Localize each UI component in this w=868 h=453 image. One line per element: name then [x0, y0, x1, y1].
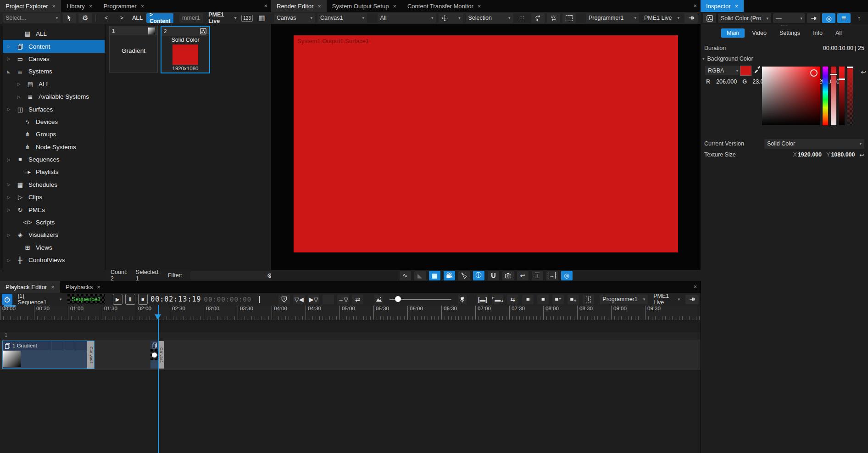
stop-button[interactable]: ■: [138, 294, 148, 305]
timeline-ruler[interactable]: 00:0000:3001:0001:3002:0002:3003:0003:30…: [0, 305, 701, 320]
move-tool-dropdown[interactable]: [439, 13, 463, 23]
background-color-section[interactable]: ▾ Background Color: [701, 54, 868, 64]
close-tab-icon[interactable]: [478, 3, 481, 10]
tab-render-editor[interactable]: Render Editor: [271, 0, 327, 12]
timecode-secondary-display[interactable]: 00:00:00:00: [204, 296, 251, 303]
sidebar-item-systems[interactable]: ◣ ≣ Systems: [3, 65, 107, 78]
pointer-tool-button[interactable]: [63, 13, 76, 23]
timeline-tool-button[interactable]: ≡⁺: [552, 295, 564, 304]
pme-live-dropdown[interactable]: PME1 Live: [651, 295, 683, 304]
canvas-mode-dropdown[interactable]: Canvas: [274, 13, 315, 23]
tab-inspector-main[interactable]: Main: [721, 28, 745, 38]
tab-library[interactable]: Library: [61, 0, 98, 12]
pin-panel-button[interactable]: [684, 13, 698, 23]
tab-programmer[interactable]: Programmer: [98, 0, 150, 12]
render-viewport[interactable]: System1.Output1.Surface1: [271, 24, 701, 270]
sidebar-item-scripts[interactable]: </> Scripts: [3, 216, 107, 229]
value-slider[interactable]: [839, 67, 845, 125]
nav-forward-button[interactable]: >: [115, 13, 128, 23]
toolbar-button[interactable]: ⓘ: [473, 271, 484, 280]
follow-selection-button[interactable]: ◎: [822, 13, 835, 23]
preview-quality-button[interactable]: [374, 295, 383, 304]
render-detail-button[interactable]: [458, 295, 467, 304]
sidebar-item-schedules[interactable]: ▷ ▦ Schedules: [3, 179, 107, 191]
eyedropper-icon[interactable]: [754, 66, 761, 73]
close-tab-icon[interactable]: [317, 3, 321, 10]
timeline-tool-button[interactable]: ≡: [537, 295, 549, 304]
toolbar-button[interactable]: [444, 271, 455, 280]
color-mode-dropdown[interactable]: RGBA: [705, 66, 741, 75]
tab-project-explorer[interactable]: Project Explorer: [0, 0, 61, 12]
track-header[interactable]: 1: [0, 332, 701, 340]
sidebar-item-pmes[interactable]: ▷ ↻ PMEs: [3, 203, 107, 216]
go-up-button[interactable]: ↑: [852, 13, 866, 23]
transport-button[interactable]: ⇄: [352, 295, 363, 304]
settings-button[interactable]: ⚙: [78, 13, 92, 23]
snap-points-button[interactable]: ∷: [516, 13, 529, 23]
content-tile[interactable]: 2 Solid Color 1920x1080: [161, 26, 210, 73]
breadcrumb-all[interactable]: ALL: [131, 13, 144, 23]
reset-color-icon[interactable]: ↩: [861, 68, 866, 76]
inspected-type-button[interactable]: [703, 13, 716, 23]
tab-playback-editor[interactable]: Playback Editor: [0, 281, 60, 293]
sidebar-item-groups[interactable]: ⋔ Groups: [3, 128, 107, 140]
pin-panel-button[interactable]: [685, 295, 699, 304]
transport-button[interactable]: [323, 295, 334, 304]
texture-width-value[interactable]: 1920.000: [798, 151, 822, 158]
sidebar-item-surfaces[interactable]: ▷ ◫ Surfaces: [3, 103, 107, 115]
tab-inspector-all[interactable]: All: [830, 28, 847, 38]
output-surface[interactable]: System1.Output1.Surface1: [294, 35, 678, 252]
sidebar-item-controlviews[interactable]: ▷ ╫ ControlViews: [3, 254, 107, 266]
sidebar-item-visualizers[interactable]: ▷ ◈ Visualizers: [3, 229, 107, 241]
alpha-slider[interactable]: [847, 67, 853, 125]
playhead-line[interactable]: [158, 305, 159, 453]
hue-slider[interactable]: [823, 67, 828, 125]
marquee-select-button[interactable]: [562, 13, 576, 23]
timeline-tool-button[interactable]: [▬]: [477, 295, 488, 304]
select-dropdown[interactable]: Select...: [3, 13, 61, 23]
selection-mode-dropdown[interactable]: Selection: [466, 13, 513, 23]
canvas-select-dropdown[interactable]: Canvas1: [317, 13, 367, 23]
sidebar-item-available-systems[interactable]: ▷ ≣ Available Systems: [3, 90, 107, 103]
grid-view-button[interactable]: ▦: [255, 13, 268, 23]
timeline-tool-button[interactable]: I: [583, 295, 594, 304]
sequence-selector-dropdown[interactable]: [1] Sequence1: [15, 295, 65, 304]
timeline-tool-button[interactable]: ⇆: [507, 295, 518, 304]
transport-button[interactable]: ▽◀: [293, 295, 305, 304]
transform-tool-button[interactable]: [531, 13, 545, 23]
reset-size-icon[interactable]: ↩: [860, 151, 864, 158]
inspected-object-dropdown[interactable]: Solid Color (Programmer1 (: [718, 13, 771, 23]
pause-button[interactable]: Ⅱ: [125, 294, 135, 305]
filter-all-dropdown[interactable]: All: [378, 13, 436, 23]
pme-live-dropdown[interactable]: PME1 Live: [641, 13, 682, 23]
sidebar-item-content[interactable]: ▷ Content: [3, 40, 107, 52]
programmer-dropdown[interactable]: Programmer1: [600, 295, 648, 304]
close-tab-icon[interactable]: [51, 284, 55, 291]
tab-system-output-setup[interactable]: System Output Setup: [327, 0, 402, 12]
clip-solid-color[interactable]: Canvas1: [150, 341, 164, 369]
sidebar-item-node-systems[interactable]: ⋔ Node Systems: [3, 141, 107, 153]
toolbar-button[interactable]: [488, 271, 499, 280]
timeline-tool-button[interactable]: ⌜▬⌟: [492, 295, 503, 304]
clip-gradient[interactable]: 1 Gradient Canvas1: [3, 341, 94, 369]
toolbar-button[interactable]: [458, 271, 470, 280]
toolbar-button[interactable]: ◣: [414, 271, 426, 280]
numeric-badge-button[interactable]: 123: [241, 15, 253, 22]
close-tab-icon[interactable]: [141, 3, 145, 10]
close-panel-icon[interactable]: [264, 2, 267, 9]
saturation-value-picker[interactable]: [762, 67, 820, 125]
clip-canvas-tag[interactable]: Canvas1: [158, 341, 164, 369]
programmer-dropdown[interactable]: Programmer1: [586, 13, 639, 23]
tab-inspector[interactable]: Inspector: [701, 0, 744, 12]
picker-cursor[interactable]: [810, 69, 818, 77]
timeline-tool-button[interactable]: ≡: [522, 295, 534, 304]
play-button[interactable]: ▶: [113, 294, 123, 305]
sidebar-item-sequences[interactable]: ▷ ≡ Sequences: [3, 153, 107, 166]
sidebar-item-playlists[interactable]: ≡▸ Playlists: [3, 166, 107, 178]
tab-content-transfer-monitor[interactable]: Content Transfer Monitor: [402, 0, 486, 12]
tab-inspector-info[interactable]: Info: [807, 28, 828, 38]
sidebar-item-canvas[interactable]: ▷ ▭ Canvas: [3, 53, 107, 65]
transport-button[interactable]: ▶▽: [308, 295, 319, 304]
texture-height-value[interactable]: 1080.000: [831, 151, 855, 158]
close-tab-icon[interactable]: [89, 3, 93, 10]
